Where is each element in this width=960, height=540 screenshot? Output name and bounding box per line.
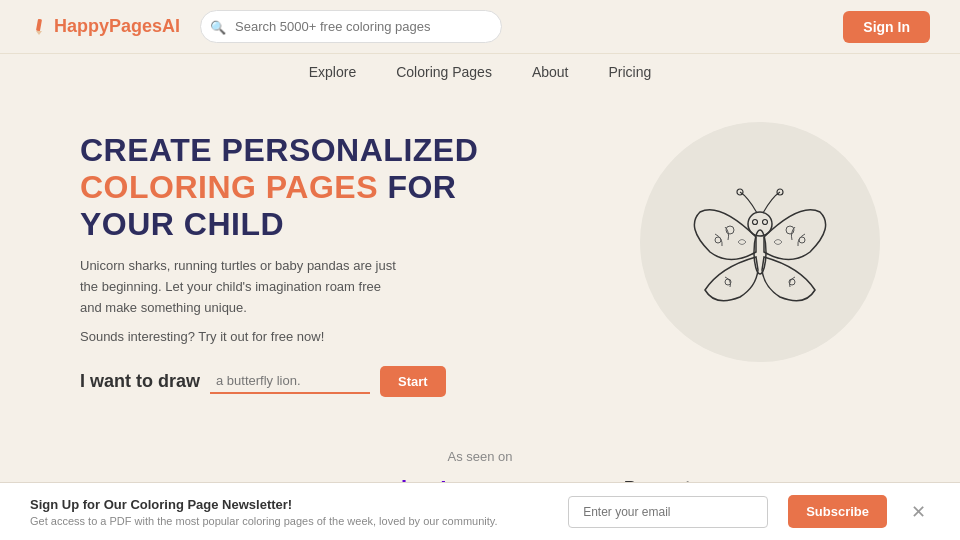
header: HappyPagesAI 🔍 Sign In (0, 0, 960, 54)
newsletter-subtitle: Get access to a PDF with the most popula… (30, 515, 548, 527)
svg-point-11 (799, 237, 805, 243)
hero-illustration (640, 122, 880, 362)
pencil-icon (30, 18, 48, 36)
svg-rect-0 (36, 18, 42, 31)
draw-row: I want to draw Start (80, 366, 600, 397)
nav-item-coloring-pages[interactable]: Coloring Pages (396, 64, 492, 80)
hero-section: Create Personalized Coloring Pages for Y… (0, 92, 960, 427)
sign-in-button[interactable]: Sign In (843, 11, 930, 43)
search-icon: 🔍 (210, 19, 226, 34)
butterfly-svg (660, 142, 860, 342)
logo-text: HappyPagesAI (54, 16, 180, 37)
newsletter-title: Sign Up for Our Coloring Page Newsletter… (30, 497, 548, 512)
draw-input[interactable] (210, 369, 370, 394)
newsletter-banner: Sign Up for Our Coloring Page Newsletter… (0, 482, 960, 540)
main-nav: Explore Coloring Pages About Pricing (0, 54, 960, 92)
hero-description: Unicorn sharks, running turtles or baby … (80, 256, 400, 318)
newsletter-close-button[interactable]: ✕ (907, 501, 930, 523)
nav-item-explore[interactable]: Explore (309, 64, 356, 80)
svg-point-9 (715, 237, 721, 243)
hero-tagline: Sounds interesting? Try it out for free … (80, 329, 600, 344)
svg-point-4 (753, 220, 758, 225)
subscribe-button[interactable]: Subscribe (788, 495, 887, 528)
newsletter-text: Sign Up for Our Coloring Page Newsletter… (30, 497, 548, 527)
newsletter-email-input[interactable] (568, 496, 768, 528)
as-seen-label: As seen on (0, 449, 960, 464)
logo[interactable]: HappyPagesAI (30, 16, 180, 37)
draw-label: I want to draw (80, 371, 200, 392)
start-button[interactable]: Start (380, 366, 446, 397)
nav-item-pricing[interactable]: Pricing (609, 64, 652, 80)
nav-item-about[interactable]: About (532, 64, 569, 80)
hero-title: Create Personalized Coloring Pages for Y… (80, 132, 600, 242)
search-input[interactable] (200, 10, 502, 43)
hero-content: Create Personalized Coloring Pages for Y… (80, 122, 600, 397)
svg-marker-1 (36, 31, 42, 35)
search-bar: 🔍 (200, 10, 502, 43)
svg-point-5 (763, 220, 768, 225)
